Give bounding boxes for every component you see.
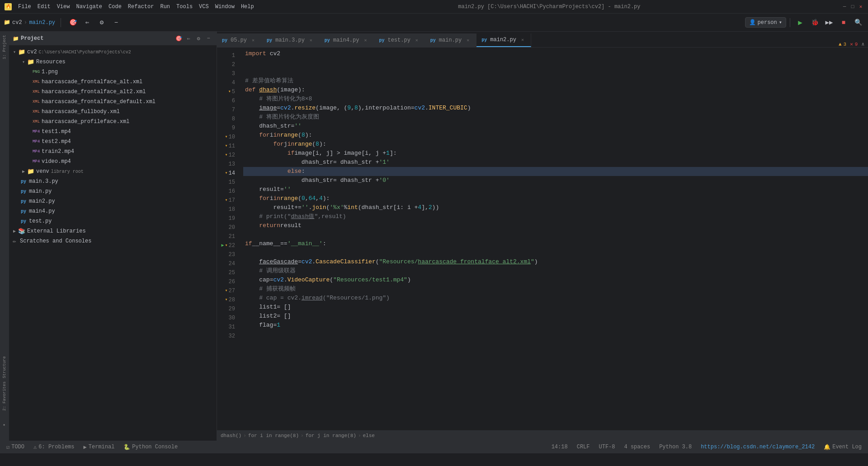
fold-icon-10[interactable]: ▾ xyxy=(225,133,228,142)
menu-run[interactable]: Run xyxy=(157,3,173,11)
tree-testpy[interactable]: py test.py xyxy=(9,216,217,226)
fold-icon-11[interactable]: ▾ xyxy=(225,142,228,151)
tab-05py-close[interactable]: ✕ xyxy=(250,37,257,44)
python-console-tab[interactable]: 🐍 Python Console xyxy=(121,443,180,452)
run-config-button[interactable]: ▶▶ xyxy=(823,16,835,29)
maximize-button[interactable]: □ xyxy=(849,3,856,10)
tree-resources[interactable]: ▾ 📁 Resources xyxy=(9,57,217,67)
toolbar-project-label[interactable]: cv2 xyxy=(12,19,22,26)
sidebar-collapse-btn[interactable]: ⇐ xyxy=(184,34,193,43)
run-icon-22[interactable]: ▶ xyxy=(222,241,224,250)
minimize-button[interactable]: ─ xyxy=(841,3,848,10)
person-select[interactable]: 👤 person ▾ xyxy=(745,17,786,28)
tree-haarcascade-alt[interactable]: XML haarcascade_frontalface_alt.xml xyxy=(9,77,217,87)
tab-testpy-close[interactable]: ✕ xyxy=(413,37,420,44)
warning-indicator[interactable]: ▲ xyxy=(839,42,842,47)
left-tab-favorites[interactable]: 2: Favorites xyxy=(0,383,9,410)
tab-main2py-close[interactable]: ✕ xyxy=(519,36,526,43)
menu-refactor[interactable]: Refactor xyxy=(125,3,157,11)
charset-display[interactable]: UTF-8 xyxy=(596,443,618,451)
bc-dhash[interactable]: dhash() xyxy=(221,433,241,438)
fold-icon-5[interactable]: ▾ xyxy=(228,87,231,96)
tree-venv[interactable]: ▶ 📁 venv library root xyxy=(9,166,217,176)
tab-05py[interactable]: py 05.py ✕ xyxy=(217,33,262,47)
close-button[interactable]: ✕ xyxy=(857,3,864,10)
bc-for-i[interactable]: for i in range(8) xyxy=(248,433,299,438)
tree-haarcascade-default[interactable]: XML haarcascade_frontalface_default.xml xyxy=(9,97,217,107)
fold-icon-28[interactable]: ▾ xyxy=(225,295,228,304)
tab-main2py[interactable]: py main2.py ✕ xyxy=(476,33,531,47)
todo-tab[interactable]: ☑ TODO xyxy=(4,443,27,452)
fold-icon-22[interactable]: ▾ xyxy=(225,241,228,250)
sidebar-locate-btn[interactable]: 🎯 xyxy=(174,34,183,43)
tree-main3py[interactable]: py main.3.py xyxy=(9,176,217,186)
event-log-tab[interactable]: 🔔 Event Log xyxy=(821,443,864,452)
locate-button[interactable]: 🎯 xyxy=(66,16,79,29)
menu-view[interactable]: View xyxy=(54,3,73,11)
tree-external-libraries[interactable]: ▶ 📚 External Libraries xyxy=(9,226,217,236)
tree-1png[interactable]: PNG 1.png xyxy=(9,67,217,77)
menu-help[interactable]: Help xyxy=(238,3,257,11)
tab-main4py-close[interactable]: ✕ xyxy=(362,37,369,44)
tab-main4py[interactable]: py main4.py ✕ xyxy=(320,33,374,47)
settings-button[interactable]: ⚙ xyxy=(95,16,108,29)
error-indicator[interactable]: ✕ xyxy=(850,41,853,47)
menu-edit[interactable]: Edit xyxy=(35,3,53,11)
tree-profileface[interactable]: XML haarcascade_profileface.xml xyxy=(9,117,217,127)
tab-testpy[interactable]: py test.py ✕ xyxy=(374,33,425,47)
tree-train2mp4[interactable]: MP4 train2.mp4 xyxy=(9,147,217,157)
bc-else[interactable]: else xyxy=(363,433,374,438)
profileface-label: haarcascade_profileface.xml xyxy=(42,119,129,125)
code-text-area[interactable]: import cv2 # 差异值哈希算法 def dhash ( xyxy=(240,48,868,430)
python-version-display[interactable]: Python 3.8 xyxy=(656,443,694,451)
collapse-icon[interactable]: ∧ xyxy=(861,41,864,47)
tree-haarcascade-alt2[interactable]: XML haarcascade_frontalface_alt2.xml xyxy=(9,87,217,97)
tree-test2mp4[interactable]: MP4 test2.mp4 xyxy=(9,137,217,147)
left-tab-star[interactable]: ★ xyxy=(0,412,9,439)
gutter-line-28: ▾28 xyxy=(217,295,236,304)
left-tab-project[interactable]: 1: Project xyxy=(0,33,9,61)
left-tab-structure[interactable]: Structure xyxy=(0,354,9,381)
main2py-label: main2.py xyxy=(29,198,55,204)
fold-icon-27[interactable]: ▾ xyxy=(225,286,228,295)
menu-navigate[interactable]: Navigate xyxy=(73,3,105,11)
tree-root[interactable]: ▾ 📁 cv2 C:\Users\HACHI\PycharmProjects\c… xyxy=(9,47,217,57)
str-test1mp4: "Resources/test1.mp4" xyxy=(333,276,407,285)
stop-button[interactable]: ■ xyxy=(837,16,850,29)
tree-scratches[interactable]: ✏ Scratches and Consoles xyxy=(9,236,217,246)
problems-tab[interactable]: ⚠ 6: Problems xyxy=(31,443,77,452)
toolbar-file-label[interactable]: main2.py xyxy=(29,19,55,26)
tab-mainpy-close[interactable]: ✕ xyxy=(464,37,472,44)
menu-window[interactable]: Window xyxy=(212,3,237,11)
num-8: 8 xyxy=(354,104,358,113)
fold-icon-12[interactable]: ▾ xyxy=(225,151,228,160)
run-button[interactable]: ▶ xyxy=(794,16,807,29)
tree-videomp4[interactable]: MP4 video.mp4 xyxy=(9,157,217,166)
fold-icon-14[interactable]: ▾ xyxy=(225,169,228,178)
tab-mainpy[interactable]: py main.py ✕ xyxy=(425,33,476,47)
tab-main3py[interactable]: py main.3.py ✕ xyxy=(262,33,320,47)
search-everywhere-button[interactable]: 🔍 xyxy=(852,16,864,29)
menu-code[interactable]: Code xyxy=(106,3,124,11)
menu-file[interactable]: File xyxy=(15,3,34,11)
code-editor[interactable]: 1 2 3 4 ▾5 6 7 8 9 ▾10 ▾11 ▾12 13 ▾14 15… xyxy=(217,48,868,430)
debug-button[interactable]: 🐞 xyxy=(808,16,821,29)
var-dhash-str-9: dhash_str xyxy=(259,122,291,131)
bc-for-j[interactable]: for j in range(8) xyxy=(306,433,356,438)
tab-main3py-close[interactable]: ✕ xyxy=(307,37,315,44)
hide-button[interactable]: − xyxy=(110,16,123,29)
sidebar-hide-btn[interactable]: − xyxy=(204,34,213,43)
collapse-all-button[interactable]: ⇐ xyxy=(81,16,94,29)
tree-test1mp4[interactable]: MP4 test1.mp4 xyxy=(9,127,217,137)
tree-main4py[interactable]: py main4.py xyxy=(9,206,217,216)
tree-fullbody[interactable]: XML haarcascade_fullbody.xml xyxy=(9,107,217,117)
url-display[interactable]: https://blog.csdn.net/claymore_2142 xyxy=(698,443,817,451)
menu-tools[interactable]: Tools xyxy=(174,3,195,11)
sidebar-settings-btn[interactable]: ⚙ xyxy=(194,34,203,43)
menu-vcs[interactable]: VCS xyxy=(196,3,212,11)
spaces-display[interactable]: 4 spaces xyxy=(622,443,653,451)
tree-main2py[interactable]: py main2.py xyxy=(9,196,217,206)
fold-icon-17[interactable]: ▾ xyxy=(225,196,228,205)
tree-mainpy[interactable]: py main.py xyxy=(9,186,217,196)
terminal-tab[interactable]: ▶ Terminal xyxy=(81,443,118,452)
